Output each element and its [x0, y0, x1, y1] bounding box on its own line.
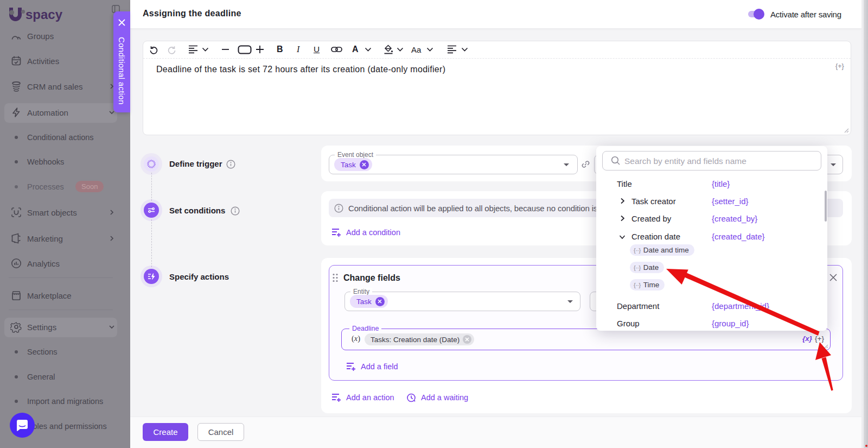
- svg-text:spacy: spacy: [25, 7, 63, 22]
